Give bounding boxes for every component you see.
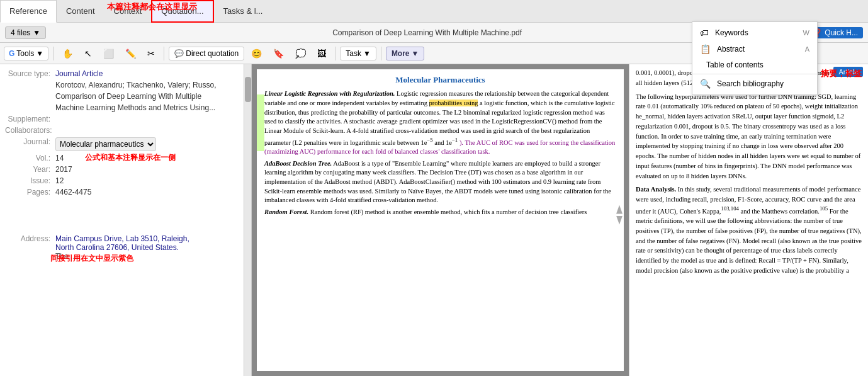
authors-label xyxy=(5,81,55,89)
menu-separator xyxy=(692,74,817,74)
source-type-value: Journal Article xyxy=(55,69,246,78)
para2-heading: AdaBoost Decision Tree. xyxy=(264,160,332,167)
right-para3-text3: For the metric definitions, we will use … xyxy=(636,207,862,274)
superscript2: −1 xyxy=(452,137,458,143)
journal-row: Journal: Molecular pharmaceutics xyxy=(5,137,246,151)
year-row: Year: 2017 xyxy=(5,165,246,174)
tab-bar: Reference Content Context Quotation... T… xyxy=(0,0,868,23)
tab-quotation[interactable]: Quotation... xyxy=(151,0,213,23)
more-dropdown-icon: ▼ xyxy=(412,49,419,58)
vol-value: 14 xyxy=(55,154,246,162)
separator-2 xyxy=(164,47,164,60)
direct-quotation-button[interactable]: 💬 Direct quotation xyxy=(169,47,244,60)
smiley-btn[interactable]: 😊 xyxy=(247,46,266,61)
title-label xyxy=(5,92,55,101)
supplement-label: Supplement: xyxy=(5,115,55,123)
vol-label: Vol.: xyxy=(5,154,55,162)
abstract-menu-item[interactable]: 📋 Abstract A xyxy=(692,41,817,57)
more-button[interactable]: More ▼ xyxy=(386,47,425,60)
title-row: Comparison of Deep Learning With Multipl… xyxy=(5,92,246,101)
task-dropdown-icon: ▼ xyxy=(363,49,371,58)
search-bib-icon: 🔍 xyxy=(700,79,711,89)
hand-tool-button[interactable]: ✋ xyxy=(58,46,77,61)
more-dropdown-menu: 🏷 Keywords W 📋 Abstract A Table of conte… xyxy=(692,21,818,95)
supplement-value xyxy=(55,115,246,123)
para1-heading: Linear Logistic Regression with Regulari… xyxy=(264,90,395,97)
file-name: Comparison of Deep Learning With Multipl… xyxy=(51,28,803,37)
tab-context[interactable]: Context xyxy=(104,0,152,23)
pages-value: 4462-4475 xyxy=(55,188,246,197)
year-label: Year: xyxy=(5,165,55,174)
journal-label: Journal: xyxy=(5,137,55,151)
left-panel: 高亮 注释 Source type: Journal Article Korot… xyxy=(0,64,252,376)
issue-label: Issue: xyxy=(5,176,55,185)
journal-value: Molecular pharmaceutics xyxy=(55,137,246,151)
sup1: 103,104 xyxy=(721,205,738,212)
task-button[interactable]: Task ▼ xyxy=(340,47,376,60)
separator-3 xyxy=(335,47,335,60)
authors-row: Korotcov, Alexandru; Tkachenko, Valery; … xyxy=(5,81,246,89)
scroll-up-arrow[interactable] xyxy=(616,205,623,214)
pdf-content: Molecular Pharmaceutics Linear Logistic … xyxy=(257,69,624,371)
keywords-menu-item[interactable]: 🏷 Keywords W xyxy=(692,25,817,41)
bookmark-btn[interactable]: 🔖 xyxy=(269,46,288,61)
search-bib-label: Search bibliography xyxy=(717,79,784,88)
scroll-down-arrow[interactable] xyxy=(616,216,623,225)
data-analysis-heading: Data Analysis. xyxy=(636,186,676,193)
superscript1: −5 xyxy=(427,137,432,143)
source-type-row: Source type: Journal Article xyxy=(5,69,246,78)
select-tool-button[interactable]: ↖ xyxy=(80,46,96,61)
right-panel: Article 0.001, 0.0001), dropout regulari… xyxy=(629,64,868,376)
search-bib-menu-item[interactable]: 🔍 Search bibliography xyxy=(692,76,817,92)
tab-reference[interactable]: Reference xyxy=(0,0,57,23)
separator-4 xyxy=(381,47,381,60)
address-row: Address: Main Campus Drive, Lab 3510, Ra… xyxy=(5,234,246,261)
scroll-arrows xyxy=(616,205,623,225)
pdf-text: Molecular Pharmaceutics Linear Logistic … xyxy=(257,69,624,222)
collaborators-row: Collaborators: xyxy=(5,126,246,135)
left-panel-scrollbar[interactable] xyxy=(244,64,251,376)
right-para2: The following hyperparameters were used … xyxy=(636,92,862,181)
pages-label: Pages: xyxy=(5,188,55,197)
journal-select[interactable]: Molecular pharmaceutics xyxy=(55,137,156,151)
tab-tasks[interactable]: Tasks & l... xyxy=(214,0,273,23)
scrollbar-thumb xyxy=(245,77,251,102)
collaborators-label: Collaborators: xyxy=(5,126,55,135)
keywords-icon: 🏷 xyxy=(700,28,709,38)
para3-heading: Random Forest. xyxy=(264,208,308,215)
files-button[interactable]: 4 files ▼ xyxy=(5,26,46,39)
keywords-label: Keywords xyxy=(715,28,748,37)
abstract-label: Abstract xyxy=(717,45,745,54)
toc-label: Table of contents xyxy=(706,60,764,69)
pdf-para1: Linear Logistic Regression with Regulari… xyxy=(264,89,616,156)
pdf-para3: Random Forest. Random forest (RF) method… xyxy=(264,208,616,217)
tab-content[interactable]: Content xyxy=(57,0,104,23)
keywords-shortcut: W xyxy=(803,29,809,37)
cut-tool-button[interactable]: ✂ xyxy=(143,46,159,61)
tools-dropdown-icon: ▼ xyxy=(36,49,43,58)
quote-icon: 💬 xyxy=(174,49,184,58)
tools-button[interactable]: G Tools ▼ xyxy=(4,47,48,60)
image-btn[interactable]: 🖼 xyxy=(313,46,330,61)
highlight-tool-button[interactable]: ✏️ xyxy=(121,46,140,61)
highlighted-text: probabilities using xyxy=(429,100,478,106)
pdf-title: Molecular Pharmaceutics xyxy=(264,74,616,86)
collaborators-value xyxy=(55,126,246,135)
pdf-para2: AdaBoost Decision Tree. AdaBoost is a ty… xyxy=(264,159,616,205)
pdf-panel: Molecular Pharmaceutics Linear Logistic … xyxy=(252,64,629,376)
address-value: Main Campus Drive, Lab 3510, Raleigh, No… xyxy=(55,234,246,261)
abstract-shortcut: A xyxy=(805,45,809,53)
files-dropdown-icon: ▼ xyxy=(33,28,40,37)
right-para3-text2: and the Matthews correlation. xyxy=(741,207,820,214)
issue-row: Issue: 12 xyxy=(5,176,246,185)
title2-row: Machine Learning Methods and Metrics Usi… xyxy=(5,103,246,112)
mid-text: and 1e xyxy=(434,139,452,145)
google-icon: G xyxy=(9,49,14,58)
address-label: Address: xyxy=(5,234,55,261)
source-type-label: Source type: xyxy=(5,69,55,78)
right-text: 0.001, 0.0001), dropout regularization (… xyxy=(629,64,868,280)
toc-menu-item[interactable]: Table of contents xyxy=(692,57,817,72)
chat-btn[interactable]: 💭 xyxy=(291,46,310,61)
main-layout: 高亮 注释 Source type: Journal Article Korot… xyxy=(0,64,868,376)
area-tool-button[interactable]: ⬜ xyxy=(99,46,118,61)
